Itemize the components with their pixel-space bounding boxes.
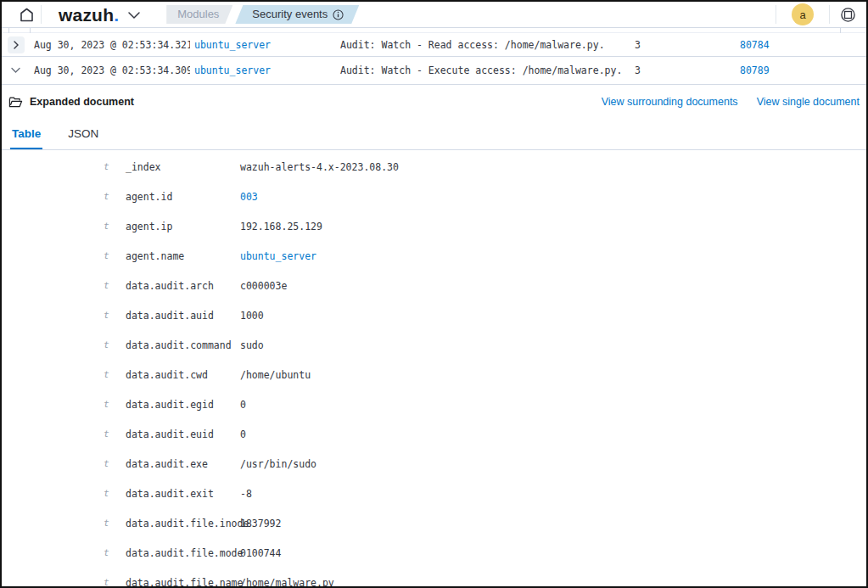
agent-link[interactable]: ubuntu_server xyxy=(194,39,271,51)
field-name: data.audit.egid xyxy=(126,399,240,411)
field-row: t data.audit.euid 0 xyxy=(2,419,866,449)
event-level: 3 xyxy=(630,64,732,76)
event-row-expanded[interactable]: Aug 30, 2023 @ 02:53:34.309 ubuntu_serve… xyxy=(2,57,866,85)
top-bar: wazuh. Modules Security events a xyxy=(2,2,866,28)
field-value: wazuh-alerts-4.x-2023.08.30 xyxy=(240,161,399,173)
topbar-divider xyxy=(41,5,42,24)
field-row: t data.audit.file.mode 0100744 xyxy=(2,538,866,568)
field-name: data.audit.exe xyxy=(126,458,240,470)
field-value: sudo xyxy=(240,339,264,351)
home-icon xyxy=(19,7,35,23)
news-button[interactable] xyxy=(837,4,858,25)
security-events-table: Aug 30, 2023 @ 02:53:34.321 ubuntu_serve… xyxy=(2,28,866,85)
expanded-document-actions: View surrounding documents View single d… xyxy=(602,96,860,108)
string-field-type-icon: t xyxy=(104,518,126,529)
string-field-type-icon: t xyxy=(104,191,126,202)
field-row: t data.audit.file.name /home/malware.py xyxy=(2,568,866,588)
tab-table[interactable]: Table xyxy=(10,122,42,149)
field-name: agent.id xyxy=(126,191,240,203)
breadcrumb-label: Security events xyxy=(252,5,328,24)
field-value: -8 xyxy=(240,488,252,500)
field-value: 0100744 xyxy=(240,547,281,559)
info-icon[interactable] xyxy=(333,9,344,20)
field-value: /home/malware.py xyxy=(240,577,334,588)
string-field-type-icon: t xyxy=(104,428,126,440)
string-field-type-icon: t xyxy=(104,310,126,321)
expanded-document-title: Expanded document xyxy=(30,96,134,108)
field-value: /usr/bin/sudo xyxy=(240,458,316,470)
field-row: t agent.id 003 xyxy=(2,182,866,211)
string-field-type-icon: t xyxy=(104,369,126,380)
folder-open-icon xyxy=(8,96,23,109)
string-field-type-icon: t xyxy=(104,458,126,469)
field-table: t _index wazuh-alerts-4.x-2023.08.30 t a… xyxy=(2,150,866,588)
home-button[interactable] xyxy=(12,3,41,25)
string-field-type-icon: t xyxy=(104,488,126,499)
chevron-right-icon xyxy=(12,41,20,49)
field-name: data.audit.arch xyxy=(126,280,240,292)
field-name: data.audit.euid xyxy=(126,428,240,440)
topbar-right-group: a xyxy=(776,3,866,25)
string-field-type-icon: t xyxy=(104,547,126,558)
breadcrumb-modules[interactable]: Modules xyxy=(166,5,232,24)
wazuh-logo: wazuh. xyxy=(59,6,119,24)
globe-icon xyxy=(840,7,856,23)
field-name: _index xyxy=(126,161,240,173)
field-row: t data.audit.command sudo xyxy=(2,330,866,360)
field-name: data.audit.exit xyxy=(126,488,240,500)
field-value: /home/ubuntu xyxy=(240,369,311,381)
field-name: data.audit.cwd xyxy=(126,369,240,381)
string-field-type-icon: t xyxy=(104,280,126,291)
user-avatar[interactable]: a xyxy=(792,3,814,25)
event-level: 3 xyxy=(630,39,732,51)
tab-json[interactable]: JSON xyxy=(66,122,100,149)
expand-row-button[interactable] xyxy=(8,36,25,53)
field-name: agent.name xyxy=(126,250,240,262)
field-row: t agent.ip 192.168.25.129 xyxy=(2,211,866,241)
doc-viewer-tabs: Table JSON xyxy=(2,122,866,150)
event-agent-name: ubuntu_server xyxy=(190,64,335,76)
table-header-remnant xyxy=(2,28,866,33)
field-value[interactable]: ubuntu_server xyxy=(240,250,316,262)
field-name: agent.ip xyxy=(126,221,240,232)
event-rule-id: 80784 xyxy=(732,39,839,51)
event-agent-name: ubuntu_server xyxy=(190,39,335,51)
field-value: 192.168.25.129 xyxy=(240,221,322,232)
chevron-down-icon xyxy=(11,67,20,74)
field-name: data.audit.file.mode xyxy=(126,547,240,559)
field-value[interactable]: 003 xyxy=(240,191,258,203)
app-menu-chevron-button[interactable] xyxy=(127,11,141,20)
event-rule-id: 80789 xyxy=(732,64,839,76)
event-description: Audit: Watch - Execute access: /home/mal… xyxy=(335,64,630,76)
field-row: t agent.name ubuntu_server xyxy=(2,241,866,271)
breadcrumb-security-events[interactable]: Security events xyxy=(235,5,359,24)
string-field-type-icon: t xyxy=(104,161,126,172)
event-timestamp: Aug 30, 2023 @ 02:53:34.321 xyxy=(30,39,190,51)
field-value: 1837992 xyxy=(240,518,281,529)
field-row: t _index wazuh-alerts-4.x-2023.08.30 xyxy=(2,152,866,182)
field-name: data.audit.file.inode xyxy=(126,518,240,529)
expanded-document-panel: Expanded document View surrounding docum… xyxy=(2,93,866,588)
field-name: data.audit.auid xyxy=(126,310,240,322)
topbar-divider xyxy=(829,5,830,24)
collapse-row-button[interactable] xyxy=(8,62,25,79)
field-name: data.audit.command xyxy=(126,339,240,351)
field-value: 1000 xyxy=(240,310,264,322)
event-timestamp: Aug 30, 2023 @ 02:53:34.309 xyxy=(30,64,190,76)
field-row: t data.audit.file.inode 1837992 xyxy=(2,508,866,538)
field-row: t data.audit.auid 1000 xyxy=(2,300,866,330)
field-value: 0 xyxy=(240,428,246,440)
string-field-type-icon: t xyxy=(104,221,126,232)
view-single-document-link[interactable]: View single document xyxy=(757,96,860,108)
agent-link[interactable]: ubuntu_server xyxy=(194,64,271,76)
view-surrounding-documents-link[interactable]: View surrounding documents xyxy=(602,96,738,108)
app-window: wazuh. Modules Security events a xyxy=(0,0,868,588)
string-field-type-icon: t xyxy=(104,339,126,350)
string-field-type-icon: t xyxy=(104,250,126,261)
rule-id-link[interactable]: 80784 xyxy=(740,39,770,51)
string-field-type-icon: t xyxy=(104,399,126,410)
event-row[interactable]: Aug 30, 2023 @ 02:53:34.321 ubuntu_serve… xyxy=(2,33,866,57)
logo-dot: . xyxy=(114,5,119,25)
field-value: 0 xyxy=(240,399,246,411)
rule-id-link[interactable]: 80789 xyxy=(740,64,770,76)
